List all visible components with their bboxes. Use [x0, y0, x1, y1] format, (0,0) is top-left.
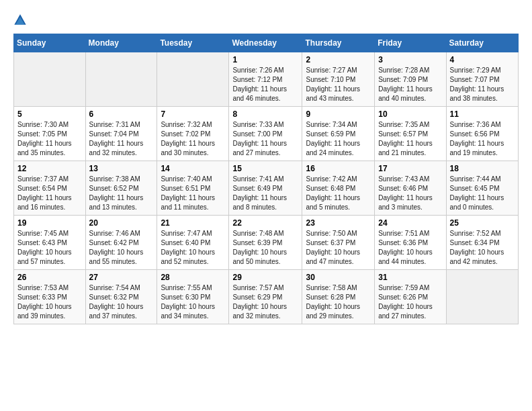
day-number: 28	[161, 273, 225, 282]
day-number: 24	[378, 218, 442, 228]
calendar-header-row: SundayMondayTuesdayWednesdayThursdayFrid…	[14, 34, 519, 52]
calendar-cell: 30Sunrise: 7:58 AMSunset: 6:28 PMDayligh…	[302, 270, 375, 324]
day-number: 6	[89, 109, 154, 119]
cell-content: Sunrise: 7:55 AMSunset: 6:30 PMDaylight:…	[161, 283, 225, 321]
calendar-cell: 28Sunrise: 7:55 AMSunset: 6:30 PMDayligh…	[157, 270, 229, 324]
calendar-cell: 20Sunrise: 7:46 AMSunset: 6:42 PMDayligh…	[85, 216, 157, 270]
cell-content: Sunrise: 7:53 AMSunset: 6:33 PMDaylight:…	[17, 283, 82, 321]
cell-content: Sunrise: 7:37 AMSunset: 6:54 PMDaylight:…	[17, 175, 82, 212]
cell-content: Sunrise: 7:54 AMSunset: 6:32 PMDaylight:…	[89, 283, 154, 321]
cell-content: Sunrise: 7:36 AMSunset: 6:56 PMDaylight:…	[450, 120, 515, 158]
cell-content: Sunrise: 7:43 AMSunset: 6:46 PMDaylight:…	[378, 175, 442, 212]
cell-content: Sunrise: 7:51 AMSunset: 6:36 PMDaylight:…	[378, 229, 442, 267]
calendar-cell: 24Sunrise: 7:51 AMSunset: 6:36 PMDayligh…	[375, 216, 446, 270]
day-header-thursday: Thursday	[302, 34, 375, 52]
day-number: 13	[89, 164, 154, 173]
calendar-cell: 31Sunrise: 7:59 AMSunset: 6:26 PMDayligh…	[375, 270, 446, 324]
calendar-cell	[14, 52, 86, 107]
calendar-cell: 23Sunrise: 7:50 AMSunset: 6:37 PMDayligh…	[302, 216, 375, 270]
cell-content: Sunrise: 7:34 AMSunset: 6:59 PMDaylight:…	[306, 120, 371, 158]
day-header-sunday: Sunday	[14, 34, 86, 52]
cell-content: Sunrise: 7:45 AMSunset: 6:43 PMDaylight:…	[17, 229, 82, 267]
calendar-cell: 27Sunrise: 7:54 AMSunset: 6:32 PMDayligh…	[85, 270, 157, 324]
day-number: 5	[17, 109, 82, 119]
cell-content: Sunrise: 7:28 AMSunset: 7:09 PMDaylight:…	[378, 66, 442, 103]
cell-content: Sunrise: 7:58 AMSunset: 6:28 PMDaylight:…	[306, 283, 371, 321]
day-number: 4	[450, 55, 515, 64]
calendar-cell: 4Sunrise: 7:29 AMSunset: 7:07 PMDaylight…	[446, 52, 518, 107]
logo-icon	[13, 13, 27, 27]
day-number: 3	[378, 55, 442, 64]
calendar-cell: 11Sunrise: 7:36 AMSunset: 6:56 PMDayligh…	[446, 107, 518, 161]
calendar-cell: 1Sunrise: 7:26 AMSunset: 7:12 PMDaylight…	[229, 52, 302, 107]
cell-content: Sunrise: 7:31 AMSunset: 7:04 PMDaylight:…	[89, 120, 154, 158]
calendar-cell: 25Sunrise: 7:52 AMSunset: 6:34 PMDayligh…	[446, 216, 518, 270]
cell-content: Sunrise: 7:42 AMSunset: 6:48 PMDaylight:…	[306, 175, 371, 212]
day-header-friday: Friday	[375, 34, 446, 52]
cell-content: Sunrise: 7:35 AMSunset: 6:57 PMDaylight:…	[378, 120, 442, 158]
calendar-cell: 9Sunrise: 7:34 AMSunset: 6:59 PMDaylight…	[302, 107, 375, 161]
day-number: 21	[161, 218, 225, 228]
calendar-cell: 3Sunrise: 7:28 AMSunset: 7:09 PMDaylight…	[375, 52, 446, 107]
calendar-cell: 29Sunrise: 7:57 AMSunset: 6:29 PMDayligh…	[229, 270, 302, 324]
calendar-cell: 2Sunrise: 7:27 AMSunset: 7:10 PMDaylight…	[302, 52, 375, 107]
cell-content: Sunrise: 7:30 AMSunset: 7:05 PMDaylight:…	[17, 120, 82, 158]
day-number: 19	[17, 218, 82, 228]
day-number: 31	[378, 273, 442, 282]
cell-content: Sunrise: 7:40 AMSunset: 6:51 PMDaylight:…	[161, 175, 225, 212]
cell-content: Sunrise: 7:46 AMSunset: 6:42 PMDaylight:…	[89, 229, 154, 267]
cell-content: Sunrise: 7:32 AMSunset: 7:02 PMDaylight:…	[161, 120, 225, 158]
week-row-1: 1Sunrise: 7:26 AMSunset: 7:12 PMDaylight…	[14, 52, 519, 107]
day-number: 11	[450, 109, 515, 119]
calendar-cell: 22Sunrise: 7:48 AMSunset: 6:39 PMDayligh…	[229, 216, 302, 270]
calendar-cell: 17Sunrise: 7:43 AMSunset: 6:46 PMDayligh…	[375, 161, 446, 216]
calendar-cell	[446, 270, 518, 324]
calendar-cell: 6Sunrise: 7:31 AMSunset: 7:04 PMDaylight…	[85, 107, 157, 161]
day-number: 26	[17, 273, 82, 282]
cell-content: Sunrise: 7:57 AMSunset: 6:29 PMDaylight:…	[232, 283, 298, 321]
day-number: 7	[161, 109, 225, 119]
cell-content: Sunrise: 7:44 AMSunset: 6:45 PMDaylight:…	[450, 175, 515, 212]
week-row-5: 26Sunrise: 7:53 AMSunset: 6:33 PMDayligh…	[14, 270, 519, 324]
day-header-saturday: Saturday	[446, 34, 518, 52]
calendar-cell: 10Sunrise: 7:35 AMSunset: 6:57 PMDayligh…	[375, 107, 446, 161]
day-number: 23	[306, 218, 371, 228]
calendar-table: SundayMondayTuesdayWednesdayThursdayFrid…	[13, 34, 519, 324]
cell-content: Sunrise: 7:41 AMSunset: 6:49 PMDaylight:…	[232, 175, 298, 212]
cell-content: Sunrise: 7:26 AMSunset: 7:12 PMDaylight:…	[232, 66, 298, 103]
calendar-cell	[85, 52, 157, 107]
day-number: 15	[232, 164, 298, 173]
day-header-monday: Monday	[85, 34, 157, 52]
calendar-cell: 16Sunrise: 7:42 AMSunset: 6:48 PMDayligh…	[302, 161, 375, 216]
cell-content: Sunrise: 7:47 AMSunset: 6:40 PMDaylight:…	[161, 229, 225, 267]
calendar-cell: 26Sunrise: 7:53 AMSunset: 6:33 PMDayligh…	[14, 270, 86, 324]
day-number: 20	[89, 218, 154, 228]
day-number: 10	[378, 109, 442, 119]
calendar-cell	[157, 52, 229, 107]
cell-content: Sunrise: 7:27 AMSunset: 7:10 PMDaylight:…	[306, 66, 371, 103]
calendar-cell: 13Sunrise: 7:38 AMSunset: 6:52 PMDayligh…	[85, 161, 157, 216]
day-number: 14	[161, 164, 225, 173]
day-number: 16	[306, 164, 371, 173]
week-row-3: 12Sunrise: 7:37 AMSunset: 6:54 PMDayligh…	[14, 161, 519, 216]
week-row-2: 5Sunrise: 7:30 AMSunset: 7:05 PMDaylight…	[14, 107, 519, 161]
calendar-cell: 21Sunrise: 7:47 AMSunset: 6:40 PMDayligh…	[157, 216, 229, 270]
day-number: 1	[232, 55, 298, 64]
day-number: 22	[232, 218, 298, 228]
calendar-cell: 5Sunrise: 7:30 AMSunset: 7:05 PMDaylight…	[14, 107, 86, 161]
day-number: 17	[378, 164, 442, 173]
day-number: 25	[450, 218, 515, 228]
calendar-cell: 18Sunrise: 7:44 AMSunset: 6:45 PMDayligh…	[446, 161, 518, 216]
cell-content: Sunrise: 7:33 AMSunset: 7:00 PMDaylight:…	[232, 120, 298, 158]
cell-content: Sunrise: 7:29 AMSunset: 7:07 PMDaylight:…	[450, 66, 515, 103]
day-number: 8	[232, 109, 298, 119]
day-number: 12	[17, 164, 82, 173]
page-header	[13, 13, 519, 27]
cell-content: Sunrise: 7:50 AMSunset: 6:37 PMDaylight:…	[306, 229, 371, 267]
cell-content: Sunrise: 7:59 AMSunset: 6:26 PMDaylight:…	[378, 283, 442, 321]
day-number: 2	[306, 55, 371, 64]
day-number: 30	[306, 273, 371, 282]
calendar-cell: 7Sunrise: 7:32 AMSunset: 7:02 PMDaylight…	[157, 107, 229, 161]
day-number: 29	[232, 273, 298, 282]
day-number: 27	[89, 273, 154, 282]
